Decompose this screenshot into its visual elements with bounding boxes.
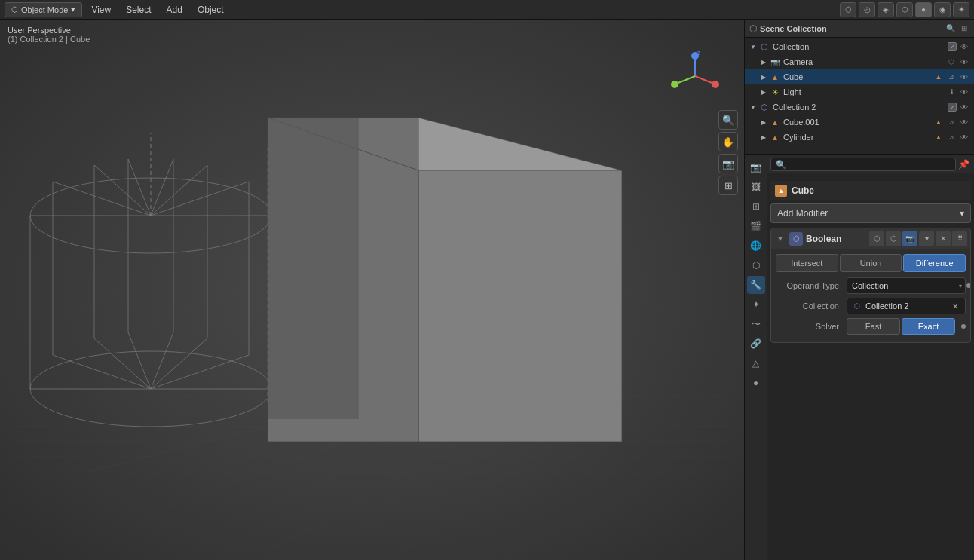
menu-object[interactable]: Object [191, 3, 230, 17]
viewport-shading-wire[interactable]: ⬡ [896, 2, 913, 17]
collection2-checkbox[interactable] [948, 103, 957, 112]
tree-arrow-camera[interactable]: ▶ [758, 57, 769, 67]
camera-button[interactable]: 📷 [718, 154, 738, 173]
prop-object-icon[interactable]: ⬡ [747, 256, 765, 274]
orientation-gizmo[interactable]: Z X Y [669, 50, 721, 103]
op-intersect-button[interactable]: Intersect [776, 254, 838, 272]
mode-dropdown-icon: ▾ [71, 5, 75, 14]
mod-camera-btn[interactable]: 📷 [902, 231, 917, 246]
mod-close-btn[interactable]: ✕ [936, 231, 951, 246]
solver-buttons: Fast Exact [847, 318, 955, 335]
modifier-controls: ⬡ ⬡ 📷 ▾ ✕ ⠿ [869, 231, 967, 246]
tree-item-collection2[interactable]: ▼ ⬡ Collection 2 👁 [745, 99, 974, 115]
camera-restrict-icon[interactable]: ⬡ [946, 57, 957, 67]
collection-checkbox[interactable] [948, 42, 957, 51]
modifier-expand-button[interactable]: ▼ [774, 233, 786, 245]
operand-type-dropdown[interactable]: Collection ▾ [847, 277, 966, 294]
light-label: Light [781, 87, 946, 96]
modifier-type-icon: ⬡ [789, 232, 803, 246]
op-difference-button[interactable]: Difference [903, 254, 966, 272]
tree-arrow-collection2[interactable]: ▼ [748, 102, 758, 112]
menu-add[interactable]: Add [161, 3, 188, 17]
viewport-shading-render[interactable]: ☀ [953, 2, 969, 17]
op-union-button[interactable]: Union [840, 254, 902, 272]
tree-arrow-light[interactable]: ▶ [758, 87, 769, 97]
viewport-scene-svg [0, 20, 744, 560]
collection2-eye-icon[interactable]: 👁 [959, 102, 969, 112]
light-eye-icon[interactable]: 👁 [959, 87, 969, 97]
tree-item-cylinder[interactable]: ▶ ▲ Cylinder ▲ ⊿ 👁 [745, 130, 974, 145]
prop-data-icon[interactable]: △ [747, 354, 765, 372]
cylinder-filter-icon[interactable]: ⊿ [946, 132, 957, 142]
pin-icon[interactable]: 📌 [956, 157, 971, 172]
boolean-modifier-card: ▼ ⬡ Boolean ⬡ ⬡ 📷 ▾ ✕ ⠿ [770, 228, 971, 343]
menu-select[interactable]: Select [120, 3, 157, 17]
cube001-label: Cube.001 [781, 118, 933, 127]
mod-realtime-btn[interactable]: ⬡ [869, 231, 884, 246]
prop-constraints-icon[interactable]: 🔗 [747, 335, 765, 353]
mod-render-btn[interactable]: ⬡ [886, 231, 901, 246]
collection-eye-icon[interactable]: 👁 [959, 41, 969, 52]
add-modifier-label: Add Modifier [777, 208, 828, 219]
cube-restrict-icon[interactable]: ▲ [933, 72, 944, 82]
tree-item-cube[interactable]: ▶ ▲ Cube ▲ ⊿ 👁 [745, 69, 974, 84]
viewport-shading-material[interactable]: ◉ [934, 2, 951, 17]
tree-item-cube001[interactable]: ▶ ▲ Cube.001 ▲ ⊿ 👁 [745, 115, 974, 130]
mod-handle[interactable]: ⠿ [952, 231, 967, 246]
pan-button[interactable]: ✋ [718, 132, 738, 151]
collection-icon: ⬡ [758, 41, 770, 53]
cylinder-restrict-icon[interactable]: ▲ [933, 132, 944, 142]
top-menu-bar: ⬡ Object Mode ▾ View Select Add Object ⬡… [0, 0, 974, 20]
solver-exact-button[interactable]: Exact [902, 318, 955, 335]
tree-item-camera[interactable]: ▶ 📷 Camera ⬡ 👁 [745, 54, 974, 69]
cylinder-eye-icon[interactable]: 👁 [959, 132, 969, 142]
cylinder-label: Cylinder [781, 133, 933, 142]
tree-arrow-cube[interactable]: ▶ [758, 72, 769, 82]
tree-item-collection[interactable]: ▼ ⬡ Collection 👁 [745, 39, 974, 54]
properties-search-input[interactable] [770, 158, 956, 171]
add-modifier-button[interactable]: Add Modifier ▾ [770, 203, 971, 223]
collection-field[interactable]: ⬡ Collection 2 ✕ [847, 298, 966, 314]
svg-line-26 [128, 332, 151, 389]
collection2-icon: ⬡ [758, 101, 770, 113]
prop-particles-icon[interactable]: ✦ [747, 295, 765, 314]
prop-modifier-icon[interactable]: 🔧 [747, 276, 765, 294]
prop-render-icon[interactable]: 📷 [747, 158, 765, 176]
mod-dropdown-btn[interactable]: ▾ [919, 231, 934, 246]
overlay-toggle[interactable]: ◎ [859, 2, 875, 17]
prop-world-icon[interactable]: 🌐 [747, 237, 765, 255]
properties-panel: 📷 🖼 ⊞ 🎬 🌐 ⬡ 🔧 ✦ 〜 🔗 △ ● 📌 [745, 155, 974, 560]
zoom-in-button[interactable]: 🔍 [718, 110, 738, 130]
cube001-eye-icon[interactable]: 👁 [959, 117, 969, 127]
prop-material-icon[interactable]: ● [747, 374, 765, 392]
modifier-body: Intersect Union Difference [771, 249, 970, 342]
tree-arrow-collection[interactable]: ▼ [748, 41, 758, 52]
gizmo-toggle[interactable]: ⬡ [840, 2, 856, 17]
prop-viewlayer-icon[interactable]: ⊞ [747, 197, 765, 216]
outliner-content: ▼ ⬡ Collection 👁 ▶ 📷 Camera ⬡ [745, 38, 974, 146]
xray-toggle[interactable]: ◈ [878, 2, 894, 17]
outliner-filter-icon[interactable]: ⊞ [959, 23, 969, 34]
cube001-restrict-icon[interactable]: ▲ [933, 117, 944, 127]
collection-clear-button[interactable]: ✕ [950, 301, 960, 311]
grid-button[interactable]: ⊞ [718, 176, 738, 195]
tree-arrow-cube001[interactable]: ▶ [758, 117, 769, 127]
viewport-3d[interactable]: User Perspective (1) Collection 2 | Cube… [0, 20, 744, 560]
viewport-shading-solid[interactable]: ● [915, 2, 932, 17]
tree-arrow-cylinder[interactable]: ▶ [758, 132, 769, 142]
viewport-object-label: (1) Collection 2 | Cube [8, 35, 90, 44]
cube-eye-icon[interactable]: 👁 [959, 72, 969, 82]
prop-physics-icon[interactable]: 〜 [747, 315, 765, 333]
light-info-icon[interactable]: ℹ [946, 87, 957, 97]
camera-eye-icon[interactable]: 👁 [959, 57, 969, 67]
main-area: User Perspective (1) Collection 2 | Cube… [0, 20, 974, 560]
solver-fast-button[interactable]: Fast [847, 318, 900, 335]
outliner-search-icon[interactable]: 🔍 [945, 23, 956, 34]
prop-output-icon[interactable]: 🖼 [747, 178, 765, 196]
object-mode-button[interactable]: ⬡ Object Mode ▾ [5, 2, 82, 17]
cube-filter-icon[interactable]: ⊿ [946, 72, 957, 82]
prop-scene-icon[interactable]: 🎬 [747, 217, 765, 235]
tree-item-light[interactable]: ▶ ☀ Light ℹ 👁 [745, 84, 974, 99]
cube001-filter-icon[interactable]: ⊿ [946, 117, 957, 127]
menu-view[interactable]: View [85, 3, 117, 17]
